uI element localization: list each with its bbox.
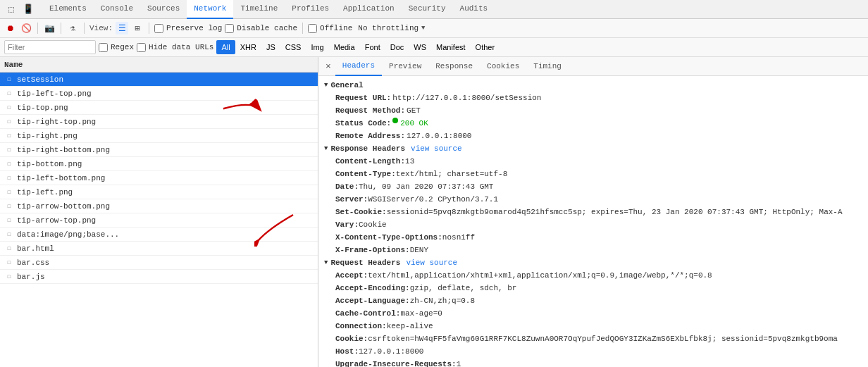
request-headers-rows: Accept: text/html,application/xhtml+xml,… <box>318 269 868 367</box>
header-value: Cookie <box>359 219 387 230</box>
request-header-row: Accept-Encoding: gzip, deflate, sdch, br <box>318 282 868 294</box>
response-header-row: Content-Type: text/html; charset=utf-8 <box>318 168 868 180</box>
detail-tab-timing[interactable]: Timing <box>526 57 569 76</box>
header-name: Accept-Language: <box>335 295 410 306</box>
detail-tab-cookies[interactable]: Cookies <box>480 57 526 76</box>
request-item[interactable]: ☐bar.js <box>0 270 318 284</box>
request-list: Name ☐setSession☐tip-left-top.png☐tip-to… <box>0 57 318 367</box>
request-headers-section-header[interactable]: ▼ Request Headers view source <box>318 256 868 269</box>
request-header-row: Cookie: csrftoken=hW4qFF5faVmg60G1RRF7KC… <box>318 332 868 345</box>
close-detail-btn[interactable]: × <box>321 61 335 72</box>
file-icon: ☐ <box>4 117 14 127</box>
tab-security[interactable]: Security <box>402 0 453 19</box>
request-item[interactable]: ☐tip-bottom.png <box>0 157 318 171</box>
request-item[interactable]: ☐tip-arrow-bottom.png <box>0 199 318 213</box>
request-header-row: Connection: keep-alive <box>318 320 868 332</box>
request-view-source-link[interactable]: view source <box>406 259 457 267</box>
request-item[interactable]: ☐tip-arrow-top.png <box>0 213 318 228</box>
throttle-select[interactable]: No throttling <box>358 24 418 32</box>
request-item[interactable]: ☐bar.html <box>0 242 318 256</box>
tab-profiles[interactable]: Profiles <box>285 0 336 19</box>
request-item[interactable]: ☐tip-left-top.png <box>0 87 318 101</box>
filter-types: AllXHRJSCSSImgMediaFontDocWSManifestOthe… <box>216 40 500 54</box>
tab-console[interactable]: Console <box>94 0 140 19</box>
general-section-header[interactable]: ▼ General <box>318 79 868 92</box>
hide-data-checkbox[interactable] <box>137 43 146 52</box>
record-icon[interactable]: ⏺ <box>4 22 17 35</box>
detail-panel: × Headers Preview Response Cookies Timin… <box>318 57 868 367</box>
status-code-row: Status Code: 200 OK <box>318 117 868 130</box>
file-icon: ☐ <box>4 187 14 197</box>
filter-type-other[interactable]: Other <box>471 40 500 54</box>
tab-audits[interactable]: Audits <box>453 0 495 19</box>
request-item[interactable]: ☐tip-right-bottom.png <box>0 143 318 157</box>
filter-type-xhr[interactable]: XHR <box>235 40 261 54</box>
tab-timeline[interactable]: Timeline <box>233 0 285 19</box>
list-view-icon[interactable]: ☰ <box>116 22 128 35</box>
grid-view-icon[interactable]: ⊞ <box>131 22 144 35</box>
request-item-name: tip-bottom.png <box>17 160 82 168</box>
throttle-arrow-icon[interactable]: ▼ <box>421 25 425 32</box>
regex-checkbox[interactable] <box>99 43 108 52</box>
tab-network[interactable]: Network <box>187 0 233 19</box>
request-item[interactable]: ☐tip-left.png <box>0 185 318 199</box>
filter-type-ws[interactable]: WS <box>409 40 431 54</box>
request-item[interactable]: ☐tip-left-bottom.png <box>0 171 318 185</box>
filter-type-css[interactable]: CSS <box>280 40 306 54</box>
file-icon: ☐ <box>4 103 14 113</box>
response-header-row: Set-Cookie: sessionid=5pvq8zmkgtb9omarod… <box>318 206 868 218</box>
response-view-source-link[interactable]: view source <box>411 144 462 153</box>
request-item-name: tip-right.png <box>17 132 78 140</box>
request-item[interactable]: ☐tip-top.png <box>0 101 318 115</box>
filter-type-all[interactable]: All <box>216 40 235 54</box>
file-icon: ☐ <box>4 230 14 240</box>
tab-sources[interactable]: Sources <box>140 0 187 19</box>
request-item-name: tip-right-bottom.png <box>17 146 110 154</box>
tab-application[interactable]: Application <box>336 0 402 19</box>
header-value: max-age=0 <box>400 308 442 319</box>
preserve-log-checkbox[interactable] <box>154 24 163 33</box>
offline-checkbox[interactable] <box>308 24 317 33</box>
regex-label[interactable]: Regex <box>99 43 134 52</box>
filter-type-media[interactable]: Media <box>329 40 360 54</box>
response-headers-triangle-icon: ▼ <box>324 145 328 152</box>
filter-type-js[interactable]: JS <box>261 40 280 54</box>
filter-type-img[interactable]: Img <box>306 40 328 54</box>
filter-type-manifest[interactable]: Manifest <box>431 40 471 54</box>
offline-label[interactable]: Offline <box>308 24 352 33</box>
sep1 <box>37 23 38 34</box>
filter-type-doc[interactable]: Doc <box>385 40 409 54</box>
preserve-log-label[interactable]: Preserve log <box>154 24 222 33</box>
disable-cache-checkbox[interactable] <box>225 24 234 33</box>
file-icon: ☐ <box>4 258 14 268</box>
tab-elements[interactable]: Elements <box>42 0 94 19</box>
device-icon[interactable]: 📱 <box>20 1 37 18</box>
response-headers-section-header[interactable]: ▼ Response Headers view source <box>318 142 868 155</box>
request-item-name: tip-left-bottom.png <box>17 174 105 182</box>
filter-icon[interactable]: ⚗ <box>66 22 79 35</box>
request-item[interactable]: ☐tip-right-top.png <box>0 115 318 129</box>
header-value: zh-CN,zh;q=0.8 <box>410 295 475 306</box>
filter-input[interactable] <box>4 40 96 54</box>
clear-icon[interactable]: 🚫 <box>20 22 32 35</box>
hide-data-label[interactable]: Hide data URLs <box>137 43 213 52</box>
request-method-row: Request Method: GET <box>318 104 868 117</box>
detail-tab-response[interactable]: Response <box>428 57 480 76</box>
request-item[interactable]: ☐bar.css <box>0 256 318 270</box>
file-icon: ☐ <box>4 131 14 141</box>
request-item-name: tip-top.png <box>17 104 68 112</box>
inspect-icon[interactable]: ⬚ <box>3 1 20 18</box>
request-item[interactable]: ☐data:image/png;base... <box>0 228 318 242</box>
header-name: Accept-Encoding: <box>335 282 410 294</box>
disable-cache-label[interactable]: Disable cache <box>225 24 297 33</box>
filter-type-font[interactable]: Font <box>360 40 385 54</box>
detail-tab-preview[interactable]: Preview <box>382 57 428 76</box>
camera-icon[interactable]: 📷 <box>43 22 56 35</box>
file-icon: ☐ <box>4 159 14 169</box>
request-item[interactable]: ☐tip-right.png <box>0 129 318 143</box>
request-item[interactable]: ☐setSession <box>0 73 318 87</box>
response-header-row: Date: Thu, 09 Jan 2020 07:37:43 GMT <box>318 180 868 193</box>
file-icon: ☐ <box>4 244 14 254</box>
detail-tab-headers[interactable]: Headers <box>335 57 382 76</box>
request-header-row: Host: 127.0.0.1:8000 <box>318 345 868 358</box>
